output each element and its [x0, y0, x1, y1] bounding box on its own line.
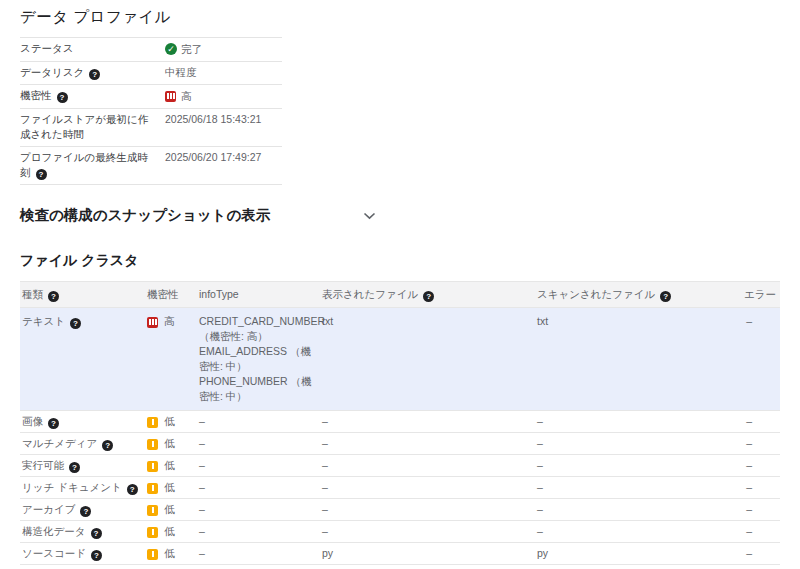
infotype-entry: CREDIT_CARD_NUMBER （機密性: 高） [199, 314, 316, 344]
inspection-snapshot-expander[interactable]: 検査の構成のスナップショットの表示 [20, 206, 378, 225]
displayed-files-cell: py [320, 543, 535, 564]
help-icon[interactable]: ? [70, 318, 81, 329]
profile-summary-table: ステータス 完了 データリスク? 中程度 機密性? [20, 37, 282, 185]
displayed-files-cell: – [320, 521, 535, 542]
chevron-down-icon[interactable] [363, 206, 376, 224]
infotype-entry: – [199, 547, 316, 560]
file-cluster-row: 実行可能? 低 – – – – [20, 454, 780, 476]
scanned-files-cell: – [535, 521, 725, 542]
sensitivity-label: 高 [164, 315, 175, 327]
profile-summary-row: ステータス 完了 [20, 37, 282, 61]
status-done-icon [165, 43, 177, 55]
file-cluster-heading: ファイル クラスタ [20, 252, 800, 270]
errors-cell: – [725, 521, 780, 542]
help-icon[interactable]: ? [89, 69, 100, 80]
infotype-entry: – [199, 415, 316, 428]
column-header-sensitivity: 機密性 [145, 282, 197, 307]
file-cluster-row: AI モデル? 低 – – – – [20, 564, 780, 569]
sensitivity-label: 低 [164, 525, 175, 537]
displayed-files-cell: – [320, 499, 535, 520]
infotype-entry: EMAIL_ADDRESS （機密性: 中） [199, 344, 316, 374]
help-icon[interactable]: ? [69, 462, 80, 473]
profile-row-value: 中程度 [165, 65, 197, 80]
displayed-files-cell: – [320, 565, 535, 569]
column-header-displayed-files: 表示されたファイル? [320, 282, 535, 307]
sensitivity-label: 低 [164, 459, 175, 471]
profile-row-label: ステータス [20, 42, 73, 54]
displayed-files-cell: – [320, 477, 535, 498]
errors-cell: – [725, 433, 780, 454]
profile-summary-row: プロファイルの最終生成時刻? 2025/06/20 17:49:27 [20, 146, 282, 185]
profile-row-value: 高 [181, 89, 192, 104]
infotype-cell: – [197, 455, 320, 476]
displayed-files-cell: – [320, 411, 535, 432]
file-cluster-row: 画像? 低 – – – – [20, 410, 780, 432]
infotype-cell: – [197, 565, 320, 569]
infotype-cell: – [197, 543, 320, 564]
column-header-type: 種類? [20, 282, 145, 307]
profile-row-label: 機密性 [20, 89, 52, 101]
column-header-infotype: infoType [197, 282, 320, 307]
file-cluster-row: ソースコード? 低 – py py – [20, 542, 780, 564]
sensitivity-low-icon [147, 461, 158, 472]
column-header-scanned-files: スキャンされたファイル? [535, 282, 725, 307]
infotype-cell: – [197, 521, 320, 542]
help-icon[interactable]: ? [423, 291, 434, 302]
file-cluster-row: テキスト? 高 CREDIT_CARD_NUMBER （機密性: 高）EMAIL… [20, 307, 780, 410]
help-icon[interactable]: ? [127, 484, 138, 495]
file-type-label: 構造化データ [22, 525, 86, 537]
profile-summary-row: 機密性? 高 [20, 84, 282, 108]
scanned-files-cell: – [535, 455, 725, 476]
sensitivity-label: 低 [164, 547, 175, 559]
profile-row-label: ファイルストアが最初に作成された時間 [20, 113, 148, 140]
help-icon[interactable]: ? [48, 291, 59, 302]
help-icon[interactable]: ? [57, 92, 68, 103]
file-type-label: ソースコード [22, 547, 86, 559]
sensitivity-label: 低 [164, 415, 175, 427]
profile-summary-row: データリスク? 中程度 [20, 61, 282, 84]
file-cluster-row: マルチメディア? 低 – – – – [20, 432, 780, 454]
help-icon[interactable]: ? [102, 440, 113, 451]
infotype-entry: PHONE_NUMBER （機密性: 中） [199, 374, 316, 404]
displayed-files-cell: txt [320, 308, 535, 410]
file-type-label: 実行可能 [22, 459, 64, 471]
scanned-files-cell: – [535, 477, 725, 498]
file-cluster-header-row: 種類? 機密性 infoType 表示されたファイル? スキャンされたファイル?… [20, 281, 780, 307]
errors-cell: – [725, 411, 780, 432]
profile-summary-row: ファイルストアが最初に作成された時間 2025/06/18 15:43:21 [20, 108, 282, 146]
errors-cell: – [725, 499, 780, 520]
displayed-files-cell: – [320, 455, 535, 476]
sensitivity-low-icon [147, 483, 158, 494]
file-type-label: リッチ ドキュメント [22, 481, 122, 493]
sensitivity-low-icon [147, 417, 158, 428]
infotype-entry: – [199, 437, 316, 450]
scanned-files-cell: – [535, 433, 725, 454]
file-cluster-row: 構造化データ? 低 – – – – [20, 520, 780, 542]
help-icon[interactable]: ? [660, 291, 671, 302]
sensitivity-low-icon [147, 439, 158, 450]
profile-row-value: 2025/06/20 17:49:27 [165, 150, 261, 165]
help-icon[interactable]: ? [91, 528, 102, 539]
page-title: データ プロファイル [20, 7, 800, 28]
file-cluster-table: 種類? 機密性 infoType 表示されたファイル? スキャンされたファイル?… [20, 281, 780, 569]
file-type-label: アーカイブ [22, 503, 75, 515]
file-type-label: 画像 [22, 415, 43, 427]
infotype-cell: – [197, 411, 320, 432]
infotype-entry: – [199, 503, 316, 516]
infotype-entry: – [199, 525, 316, 538]
errors-cell: – [725, 543, 780, 564]
file-type-label: マルチメディア [22, 437, 97, 449]
help-icon[interactable]: ? [48, 418, 59, 429]
infotype-cell: – [197, 433, 320, 454]
help-icon[interactable]: ? [36, 169, 47, 180]
help-icon[interactable]: ? [91, 550, 102, 561]
scanned-files-cell: – [535, 565, 725, 569]
column-header-errors: エラー [725, 282, 780, 307]
help-icon[interactable]: ? [80, 506, 91, 517]
errors-cell: – [725, 455, 780, 476]
infotype-cell: – [197, 477, 320, 498]
sensitivity-label: 低 [164, 437, 175, 449]
sensitivity-label: 低 [164, 503, 175, 515]
profile-row-value: 2025/06/18 15:43:21 [165, 112, 261, 127]
displayed-files-cell: – [320, 433, 535, 454]
